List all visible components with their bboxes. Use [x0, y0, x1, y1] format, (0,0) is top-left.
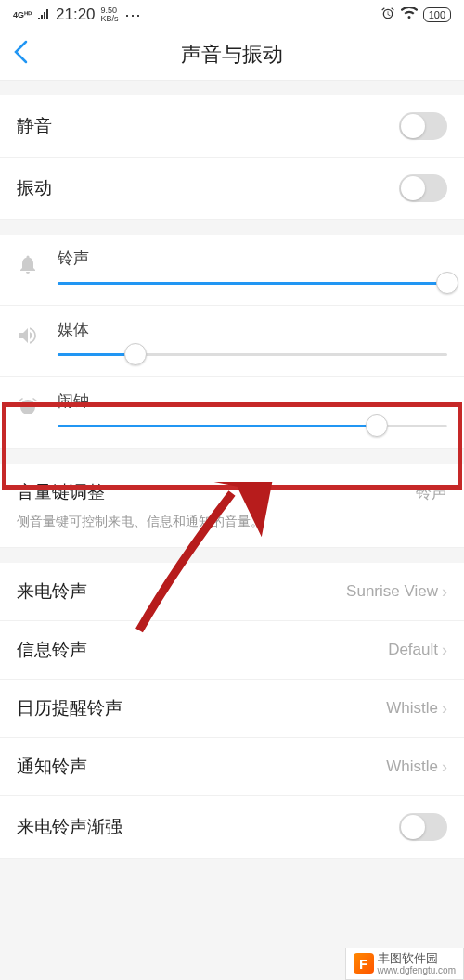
ringtone-slider[interactable]: [58, 282, 447, 285]
watermark-logo-icon: F: [354, 953, 374, 974]
clock-icon: [17, 396, 46, 424]
crescendo-row[interactable]: 来电铃声渐强: [0, 796, 464, 859]
volume-key-description: 侧音量键可控制来电、信息和通知的音量。: [0, 510, 464, 548]
bell-icon: [17, 253, 46, 281]
setting-value: Whistle ›: [386, 757, 447, 777]
back-button[interactable]: [13, 40, 28, 70]
setting-value: Whistle ›: [386, 699, 447, 719]
alarm-slider-label: 闹钟: [58, 390, 447, 412]
setting-value: Default ›: [388, 641, 447, 660]
clock-time: 21:20: [56, 6, 96, 24]
watermark-url: www.dgfengtu.com: [378, 965, 457, 975]
signal-icon: [37, 8, 50, 22]
volume-key-row[interactable]: 音量键调整 铃声: [0, 464, 464, 510]
speaker-icon: [17, 325, 46, 352]
chevron-right-icon: ›: [442, 699, 447, 719]
ringtone-setting-row[interactable]: 信息铃声Default ›: [0, 621, 464, 680]
setting-label: 来电铃声: [17, 579, 87, 604]
vibrate-toggle[interactable]: [399, 174, 447, 202]
ringtone-setting-row[interactable]: 来电铃声Sunrise View ›: [0, 563, 464, 621]
mute-row[interactable]: 静音: [0, 95, 464, 158]
mute-label: 静音: [17, 114, 52, 138]
setting-label: 信息铃声: [17, 638, 87, 662]
more-icon: ⋯: [124, 5, 142, 25]
media-slider-label: 媒体: [58, 319, 447, 340]
status-bar: 4Gᴴᴰ 21:20 9.50 KB/s ⋯ 100: [0, 0, 464, 30]
setting-label: 日历提醒铃声: [17, 696, 122, 720]
chevron-right-icon: ›: [442, 757, 447, 777]
chevron-right-icon: ›: [442, 641, 447, 660]
mute-toggle[interactable]: [399, 112, 447, 140]
watermark-name: 丰图软件园: [378, 952, 457, 965]
media-slider[interactable]: [58, 353, 447, 356]
navigation-bar: 声音与振动: [0, 30, 464, 81]
volume-key-value: 铃声: [416, 482, 447, 503]
battery-indicator: 100: [423, 7, 451, 22]
alarm-icon: [380, 6, 395, 24]
crescendo-label: 来电铃声渐强: [17, 815, 122, 839]
alarm-slider-row: 闹钟: [0, 377, 464, 449]
crescendo-toggle[interactable]: [399, 813, 447, 841]
watermark: F 丰图软件园 www.dgfengtu.com: [345, 948, 465, 980]
media-slider-row: 媒体: [0, 306, 464, 377]
chevron-right-icon: ›: [442, 582, 447, 602]
ringtone-setting-row[interactable]: 日历提醒铃声Whistle ›: [0, 680, 464, 738]
network-indicator: 4Gᴴᴰ: [13, 10, 32, 19]
network-speed: 9.50 KB/s: [101, 6, 119, 23]
vibrate-row[interactable]: 振动: [0, 158, 464, 220]
ringtone-slider-label: 铃声: [58, 248, 447, 269]
setting-value: Sunrise View ›: [346, 582, 447, 602]
ringtone-setting-row[interactable]: 通知铃声Whistle ›: [0, 738, 464, 796]
volume-key-label: 音量键调整: [17, 480, 105, 504]
vibrate-label: 振动: [17, 176, 52, 200]
alarm-slider[interactable]: [58, 425, 447, 427]
ringtone-slider-row: 铃声: [0, 235, 464, 306]
page-title: 声音与振动: [0, 41, 464, 69]
wifi-icon: [401, 7, 418, 23]
setting-label: 通知铃声: [17, 755, 87, 779]
